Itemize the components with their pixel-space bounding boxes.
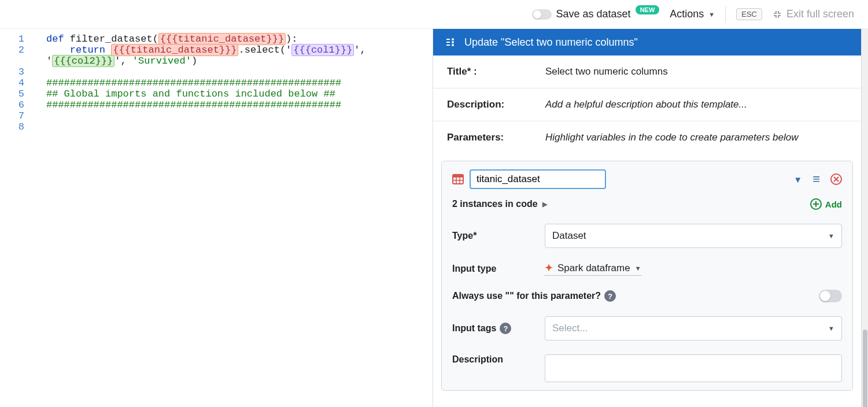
line-number: 5 [0,88,35,99]
line-number: 3 [0,66,35,77]
svg-rect-4 [453,175,463,177]
help-icon[interactable]: ? [604,290,616,302]
input-type-value: Spark dataframe [557,262,630,274]
plus-circle-icon [810,198,822,210]
parameter-card: ▼ ≡ 2 instances in code ▶ Add Type* [441,161,853,391]
scrollbar-track[interactable] [861,29,868,407]
code-editor[interactable]: 1 def filter_dataset({{{titanic_dataset}… [0,29,433,407]
divider [725,6,726,23]
description-input[interactable]: Add a helpful description about this tem… [545,99,847,110]
code-line: return {{{titanic_dataset}}}.select('{{{… [35,45,433,66]
input-tags-row: Input tags ? Select... ▼ [452,316,842,341]
line-number: 4 [0,77,35,88]
code-line: def filter_dataset({{{titanic_dataset}}}… [35,34,433,45]
actions-label: Actions [670,8,704,20]
spark-icon: ✦ [545,262,553,274]
panel-title: Update "Select two numeric columns" [464,36,638,49]
template-panel: Update "Select two numeric columns" Titl… [433,29,861,407]
chevron-down-icon: ▼ [828,232,834,239]
exit-full-screen-label: Exit full screen [786,8,854,20]
new-badge: NEW [636,5,660,14]
code-comment: ########################################… [35,77,433,88]
chevron-down-icon: ▼ [708,11,715,18]
input-type-label: Input type [452,264,545,274]
parameters-row: Parameters: Highlight variables in the c… [433,121,861,154]
svg-point-2 [452,45,453,46]
param-description-label: Description [452,354,545,365]
input-tags-select[interactable]: Select... ▼ [545,316,842,341]
param-description-input[interactable] [545,354,842,382]
panel-header: Update "Select two numeric columns" [433,29,861,56]
description-row: Description: Add a helpful description a… [433,88,861,121]
param-token-titanic[interactable]: {{{titanic_dataset}}} [158,33,286,45]
menu-icon[interactable]: ≡ [812,172,820,187]
type-row: Type* Dataset ▼ [452,224,842,248]
save-as-dataset-toggle-group: Save as dataset NEW [532,8,660,20]
parameter-head: ▼ ≡ [452,169,842,189]
topbar: Save as dataset NEW Actions ▼ ESC Exit f… [0,0,868,29]
parameter-name-input[interactable] [470,169,606,189]
scrollbar-thumb[interactable] [863,330,867,407]
template-icon [445,36,456,48]
line-number: 6 [0,99,35,110]
description-label: Description: [447,99,545,110]
svg-point-1 [452,42,453,43]
collapse-icon [773,10,782,19]
svg-point-0 [452,39,453,40]
code-comment: ########################################… [35,99,433,110]
input-type-row: Input type ✦ Spark dataframe ▼ [452,262,842,276]
line-number: 7 [0,110,35,121]
save-as-dataset-label: Save as dataset [556,8,631,20]
remove-icon[interactable] [830,173,842,185]
input-tags-placeholder: Select... [552,323,588,334]
line-number: 8 [0,121,35,132]
code-comment: ## Global imports and functions included… [35,88,433,99]
param-description-row: Description [452,354,842,382]
parameters-label: Parameters: [447,132,545,143]
add-parameter-button[interactable]: Add [810,198,842,210]
line-number: 1 [0,34,35,45]
param-token-col1[interactable]: {{{col1}}} [291,44,354,56]
instances-row: 2 instances in code ▶ Add [452,198,842,210]
always-use-quotes-toggle[interactable] [819,290,842,302]
type-select[interactable]: Dataset ▼ [545,224,842,248]
exit-full-screen-button[interactable]: Exit full screen [773,8,854,20]
instances-count[interactable]: 2 instances in code ▶ [452,199,547,209]
param-token-titanic[interactable]: {{{titanic_dataset}}} [111,44,238,56]
line-number: 2 [0,45,35,66]
always-use-quotes-label: Always use "" for this parameter? [452,291,601,301]
type-value: Dataset [552,230,586,242]
title-label: Title* : [447,66,545,77]
esc-key: ESC [736,8,762,20]
title-row: Title* : Select two numeric columns [433,56,861,88]
chevron-down-icon: ▼ [635,265,641,272]
help-icon[interactable]: ? [500,323,511,334]
parameters-hint: Highlight variables in the code to creat… [545,132,847,143]
always-use-quotes-row: Always use "" for this parameter? ? [452,290,842,302]
chevron-right-icon: ▶ [542,201,547,208]
save-as-dataset-toggle[interactable] [532,9,552,20]
title-value[interactable]: Select two numeric columns [545,66,847,77]
chevron-down-icon: ▼ [828,325,834,332]
chevron-down-icon[interactable]: ▼ [793,175,802,184]
type-label: Type* [452,231,545,241]
input-tags-label: Input tags [452,323,496,334]
actions-dropdown[interactable]: Actions ▼ [670,8,715,20]
param-token-col2[interactable]: {{{col2}}} [52,55,114,67]
input-type-select[interactable]: ✦ Spark dataframe ▼ [545,262,641,276]
main: 1 def filter_dataset({{{titanic_dataset}… [0,29,868,407]
dataset-icon [452,174,464,184]
